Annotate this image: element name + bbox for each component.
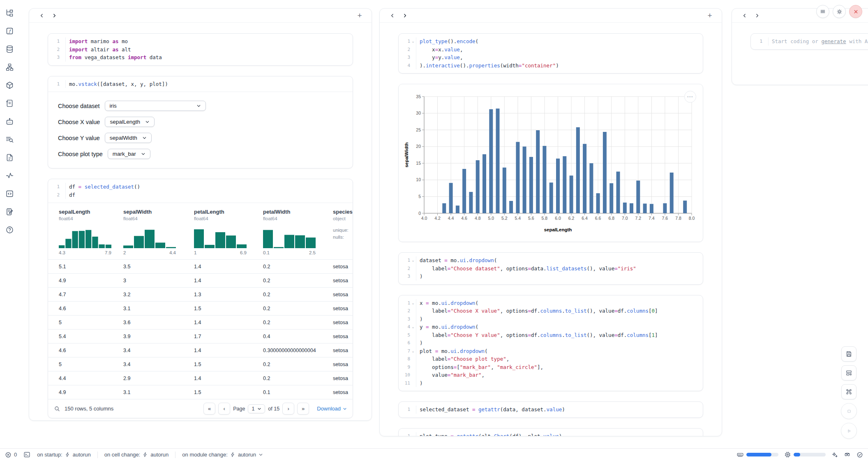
altair-bar-chart[interactable]: 4.04.24.44.64.85.05.25.45.65.86.06.26.46… xyxy=(403,90,699,235)
next-page-button[interactable]: › xyxy=(282,403,294,415)
code-line[interactable]: 2 label="Choose X value", options=df.col… xyxy=(399,307,703,315)
code-line[interactable]: 11) xyxy=(399,379,703,387)
column-header[interactable]: petalLengthfloat6416.9 xyxy=(194,209,263,255)
code-editor[interactable]: 1⌄plot_type().encode(2 x=x.value,3 y=y.v… xyxy=(399,34,703,73)
expand-middle-icon[interactable] xyxy=(399,11,411,21)
database-icon[interactable] xyxy=(3,43,16,55)
fold-marker[interactable]: ⌄ xyxy=(410,256,416,265)
code-editor[interactable]: 1⌄x = mo.ui.dropdown(2 label="Choose X v… xyxy=(399,295,703,391)
script-icon[interactable] xyxy=(3,97,16,109)
plot-type-select[interactable]: mark_bar xyxy=(108,149,150,159)
ai-assistant-button[interactable] xyxy=(831,452,838,458)
code-line[interactable]: 2 x=x.value, xyxy=(399,46,703,54)
code-line[interactable]: 5 label="Choose Y value", options=df.col… xyxy=(399,331,703,339)
code-line[interactable]: 1⌄plot_type().encode( xyxy=(399,37,703,46)
collapse-left-icon[interactable] xyxy=(36,11,48,21)
code-line[interactable]: 7⌄plot = mo.ui.dropdown( xyxy=(399,347,703,355)
code-line[interactable]: 6) xyxy=(399,339,703,347)
code-line[interactable]: 4⌄y = mo.ui.dropdown( xyxy=(399,323,703,331)
code-line[interactable]: 8 label="Choose plot type", xyxy=(399,355,703,363)
shutdown-button[interactable] xyxy=(849,5,862,18)
chart-menu-button[interactable]: ••• xyxy=(684,91,696,103)
code-editor[interactable]: 1selected_dataset = getattr(data, datase… xyxy=(399,402,703,417)
on-module-change-config[interactable]: on module change: autorun xyxy=(182,452,263,458)
logs-search-icon[interactable] xyxy=(3,133,16,145)
snippets-icon[interactable] xyxy=(3,187,16,200)
column-header[interactable]: sepalLengthfloat644.37.9 xyxy=(48,209,123,255)
table-row[interactable]: 4.931.40.2setosa xyxy=(48,273,353,287)
documentation-icon[interactable] xyxy=(3,151,16,164)
run-button[interactable] xyxy=(841,423,857,439)
menu-button[interactable] xyxy=(816,5,829,18)
collapse-right-icon[interactable] xyxy=(739,11,751,21)
table-row[interactable]: 4.63.41.40.30000000000000004setosa xyxy=(48,343,353,357)
code-line[interactable]: 1selected_dataset = getattr(data, datase… xyxy=(399,406,703,414)
code-line[interactable]: 2df xyxy=(48,191,353,199)
terminal-button[interactable] xyxy=(23,451,30,458)
connection-status-button[interactable] xyxy=(856,452,863,458)
y-value-select[interactable]: sepalWidth xyxy=(105,133,152,143)
code-line[interactable]: 3 y=y.value, xyxy=(399,53,703,62)
dataset-select[interactable]: iris xyxy=(105,101,206,111)
prev-page-button[interactable]: ‹ xyxy=(218,403,230,415)
code-line[interactable]: 3) xyxy=(399,315,703,323)
fold-marker[interactable]: ⌄ xyxy=(410,37,416,46)
stop-button[interactable] xyxy=(841,403,857,419)
function-square-icon[interactable]: ƒ xyxy=(3,25,16,37)
first-page-button[interactable]: « xyxy=(203,403,215,415)
add-cell-button[interactable]: + xyxy=(354,11,365,21)
code-line[interactable]: 1import marimo as mo xyxy=(48,37,353,46)
code-editor[interactable]: 1plot_type = getattr(alt.Chart(df), plot… xyxy=(399,429,703,437)
code-editor[interactable]: 1Start coding or generate with AI xyxy=(751,34,868,49)
last-page-button[interactable]: » xyxy=(297,403,309,415)
file-tree-icon[interactable] xyxy=(3,7,16,19)
scratchpad-icon[interactable] xyxy=(3,205,16,218)
code-line[interactable]: 10 value="mark_bar", xyxy=(399,371,703,379)
collapse-middle-icon[interactable] xyxy=(386,11,399,21)
table-row[interactable]: 4.63.11.50.2setosa xyxy=(48,301,353,315)
column-header[interactable]: petalWidthfloat640.12.5 xyxy=(263,209,333,255)
dependency-graph-icon[interactable] xyxy=(3,61,16,73)
code-line[interactable]: 1plot_type = getattr(alt.Chart(df), plot… xyxy=(399,432,703,437)
cpu-usage[interactable] xyxy=(784,451,826,458)
search-icon[interactable] xyxy=(54,406,60,412)
code-editor[interactable]: 1import marimo as mo2import altair as al… xyxy=(48,34,353,65)
table-row[interactable]: 4.93.11.50.1setosa xyxy=(48,385,353,399)
table-row[interactable]: 4.42.91.40.2setosa xyxy=(48,371,353,385)
page-select[interactable]: 1 xyxy=(248,404,265,413)
table-row[interactable]: 5.13.51.40.2setosa xyxy=(48,259,353,273)
table-row[interactable]: 53.61.40.2setosa xyxy=(48,315,353,329)
code-editor[interactable]: 1df = selected_dataset()2df xyxy=(48,179,353,203)
x-value-select[interactable]: sepalLength xyxy=(105,117,155,127)
code-editor[interactable]: 1mo.vstack([dataset, x, y, plot]) xyxy=(48,76,353,92)
on-startup-config[interactable]: on startup: autorun xyxy=(37,452,91,458)
save-button[interactable] xyxy=(841,346,856,362)
code-line[interactable]: 1df = selected_dataset() xyxy=(48,183,353,191)
copilot-button[interactable] xyxy=(844,451,851,458)
table-row[interactable]: 53.41.50.2setosa xyxy=(48,357,353,371)
column-header[interactable]: sepalWidthfloat6424.4 xyxy=(123,209,194,255)
package-icon[interactable] xyxy=(3,79,16,91)
code-line[interactable]: 2 label="Choose dataset", options=data.l… xyxy=(399,265,703,273)
table-row[interactable]: 5.43.91.70.4setosa xyxy=(48,329,353,343)
error-count-badge[interactable]: 0 xyxy=(5,452,17,458)
code-editor[interactable]: 1⌄dataset = mo.ui.dropdown(2 label="Choo… xyxy=(399,253,703,284)
layout-button[interactable] xyxy=(841,365,856,380)
code-line[interactable]: 4).interactive().properties(width="conta… xyxy=(399,62,703,70)
table-row[interactable]: 4.73.21.30.2setosa xyxy=(48,287,353,301)
code-line[interactable]: 3from vega_datasets import data xyxy=(48,53,353,62)
code-line[interactable]: 1⌄x = mo.ui.dropdown( xyxy=(399,299,703,307)
help-icon[interactable] xyxy=(3,224,16,236)
code-line[interactable]: 1mo.vstack([dataset, x, y, plot]) xyxy=(48,80,353,88)
code-line[interactable]: 1Start coding or generate with AI xyxy=(751,37,868,46)
fold-marker[interactable]: ⌄ xyxy=(410,323,416,331)
download-button[interactable]: Download xyxy=(317,406,347,412)
chat-bot-icon[interactable] xyxy=(3,115,16,127)
code-line[interactable]: 1⌄dataset = mo.ui.dropdown( xyxy=(399,256,703,265)
code-line[interactable]: 3) xyxy=(399,272,703,281)
memory-usage[interactable] xyxy=(736,451,778,459)
keyboard-shortcuts-button[interactable] xyxy=(841,384,856,399)
expand-right-icon[interactable] xyxy=(751,11,763,21)
fold-marker[interactable]: ⌄ xyxy=(410,347,416,355)
fold-marker[interactable]: ⌄ xyxy=(410,299,416,307)
